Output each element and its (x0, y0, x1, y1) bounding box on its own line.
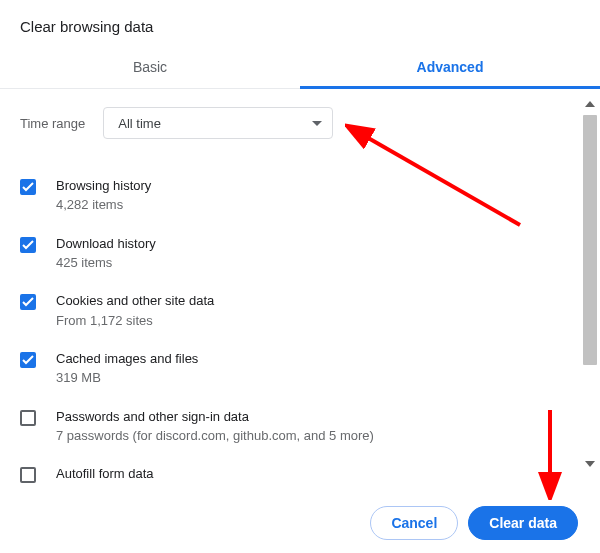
time-range-row: Time range All time (20, 107, 572, 139)
option-label: Cached images and files (56, 350, 198, 368)
option-label: Browsing history (56, 177, 151, 195)
option-label: Cookies and other site data (56, 292, 214, 310)
content: Time range All time Browsing history4,28… (0, 89, 600, 494)
option-checkbox[interactable] (20, 467, 36, 483)
cancel-button[interactable]: Cancel (370, 506, 458, 540)
time-range-label: Time range (20, 116, 85, 131)
option-sublabel: 7 passwords (for discord.com, github.com… (56, 426, 374, 446)
option-label: Download history (56, 235, 156, 253)
option-checkbox[interactable] (20, 237, 36, 253)
option-row: Passwords and other sign-in data7 passwo… (20, 398, 572, 456)
time-range-select[interactable]: All time (103, 107, 333, 139)
dialog-title: Clear browsing data (0, 0, 600, 47)
tab-bar: Basic Advanced (0, 47, 600, 89)
option-sublabel: 4,282 items (56, 195, 151, 215)
option-row: Autofill form data (20, 455, 572, 493)
options-list: Browsing history4,282 itemsDownload hist… (20, 167, 572, 494)
time-range-value: All time (118, 116, 161, 131)
option-texts: Passwords and other sign-in data7 passwo… (56, 408, 374, 446)
option-label: Autofill form data (56, 465, 154, 483)
chevron-down-icon (312, 121, 322, 126)
option-texts: Autofill form data (56, 465, 154, 483)
option-texts: Cached images and files319 MB (56, 350, 198, 388)
option-row: Browsing history4,282 items (20, 167, 572, 225)
option-row: Cached images and files319 MB (20, 340, 572, 398)
option-checkbox[interactable] (20, 410, 36, 426)
scroll-up-icon[interactable] (583, 97, 597, 111)
tab-basic[interactable]: Basic (0, 47, 300, 88)
option-sublabel: 319 MB (56, 368, 198, 388)
content-viewport: Time range All time Browsing history4,28… (0, 89, 600, 479)
option-texts: Download history425 items (56, 235, 156, 273)
option-checkbox[interactable] (20, 179, 36, 195)
dialog-footer: Cancel Clear data (0, 493, 600, 553)
option-row: Download history425 items (20, 225, 572, 283)
option-texts: Cookies and other site dataFrom 1,172 si… (56, 292, 214, 330)
option-row: Cookies and other site dataFrom 1,172 si… (20, 282, 572, 340)
option-texts: Browsing history4,282 items (56, 177, 151, 215)
option-sublabel: From 1,172 sites (56, 311, 214, 331)
clear-data-button[interactable]: Clear data (468, 506, 578, 540)
option-checkbox[interactable] (20, 294, 36, 310)
scroll-down-icon[interactable] (583, 457, 597, 471)
option-checkbox[interactable] (20, 352, 36, 368)
option-sublabel: 425 items (56, 253, 156, 273)
scroll-thumb[interactable] (583, 115, 597, 365)
tab-advanced[interactable]: Advanced (300, 47, 600, 88)
scrollbar[interactable] (583, 95, 597, 473)
option-label: Passwords and other sign-in data (56, 408, 374, 426)
